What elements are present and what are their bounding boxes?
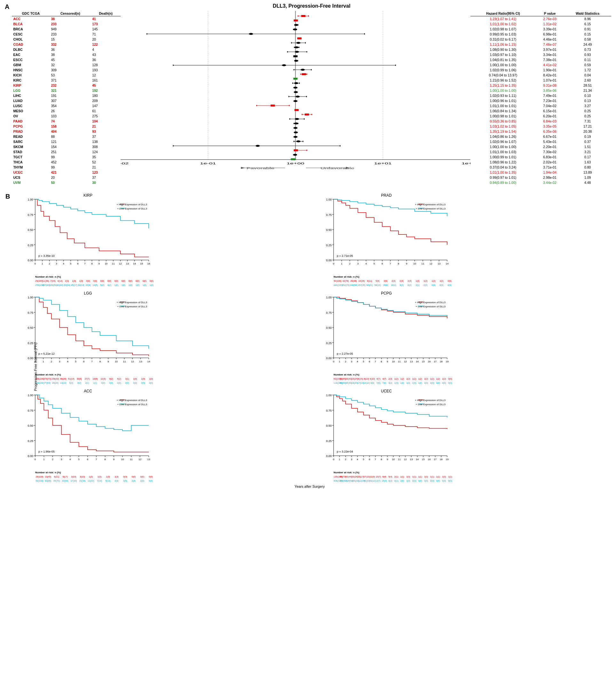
panel-b: B Progression-Free Interval (PFI) 0.00 0… [8, 193, 611, 488]
pval-val: 2.20e-01 [536, 144, 564, 149]
svg-text:p = 3.22e-04: p = 3.22e-04 [337, 450, 353, 453]
wald-val: 0.58 [564, 37, 611, 42]
svg-text:7: 7 [96, 458, 97, 461]
death-val: 180 [91, 93, 120, 98]
censored-val: 38 [49, 52, 91, 57]
col-header-censored: Censored(n) [49, 11, 91, 16]
svg-text:8: 8 [381, 360, 382, 363]
km-plot-kirp: 0.00 0.25 0.50 0.75 1.00 0 1 2 3 4 5 6 7 [21, 193, 313, 288]
svg-rect-135 [294, 149, 298, 151]
forest-plot-area: 1e-02 1e-01 1e+00 1e+01 1e+02 Favorable … [120, 11, 470, 178]
svg-point-47 [295, 51, 299, 53]
panel-a-label: A [5, 3, 9, 10]
svg-text:8: 8 [100, 360, 101, 363]
wald-val: 0.10 [564, 93, 611, 98]
censored-val: 404 [49, 129, 91, 134]
svg-text:11: 11 [398, 458, 401, 461]
svg-text:1.00: 1.00 [326, 198, 332, 201]
svg-text:+ High Expression of DLL3: + High Expression of DLL3 [415, 399, 446, 402]
svg-text:0.25: 0.25 [27, 439, 33, 443]
pval-val: 6.15e-01 [536, 108, 564, 113]
censored-val: 36 [49, 47, 91, 52]
svg-text:4: 4 [365, 262, 367, 265]
death-val: 41 [91, 16, 120, 22]
pval-val: 3.44e-02 [536, 180, 564, 185]
panel-a: A DLL3, Progression-Free Interval GDC TC… [5, 3, 611, 186]
svg-text:8: 8 [381, 458, 382, 461]
svg-text:1.00: 1.00 [326, 394, 332, 397]
svg-text:6: 6 [369, 360, 370, 363]
svg-text:0.75: 0.75 [27, 409, 33, 412]
censored-val: 99 [49, 154, 91, 160]
death-val: 145 [91, 26, 120, 32]
wald-val: 0.25 [564, 108, 611, 113]
svg-text:0.75: 0.75 [27, 311, 33, 314]
svg-text:11: 11 [130, 458, 133, 461]
svg-text:4: 4 [69, 458, 71, 461]
svg-text:1e-02: 1e-02 [120, 162, 129, 165]
km-plot-lgg: 0.00 0.25 0.50 0.75 1.00 0 1 2 3 4 5 6 7 [21, 291, 313, 385]
pval-val: 7.04e-02 [536, 103, 564, 108]
censored-val: 45 [49, 57, 91, 62]
svg-text:14: 14 [416, 458, 419, 461]
km-plot-acc: 0.00 0.25 0.50 0.75 1.00 0 1 2 3 4 5 6 7 [21, 389, 313, 483]
svg-text:17: 17 [434, 360, 437, 363]
death-val: 37 [91, 134, 120, 139]
wald-val: 0.25 [564, 113, 611, 119]
svg-text:+ Low Expression of DLL3: + Low Expression of DLL3 [416, 207, 445, 210]
svg-text:9: 9 [108, 360, 109, 363]
svg-point-119 [294, 131, 298, 133]
hr-val: 1.08(0.96 to 1.22) [470, 160, 536, 165]
svg-text:15: 15 [140, 262, 143, 265]
svg-text:12: 12 [404, 458, 407, 461]
cancer-name: SKCM [12, 144, 49, 149]
svg-text:0.00: 0.00 [27, 357, 33, 360]
censored-val: 251 [49, 149, 91, 154]
wald-val: 0.11 [564, 57, 611, 62]
pval-val: 4.41e-02 [536, 62, 564, 67]
cancer-name: MESO [12, 108, 49, 113]
cancer-name: PCPG [12, 124, 49, 129]
svg-text:14: 14 [133, 262, 136, 265]
death-val: 123 [91, 170, 120, 175]
svg-text:4: 4 [357, 458, 358, 461]
svg-text:2: 2 [52, 458, 53, 461]
censored-val: 332 [49, 42, 91, 47]
wald-val: 8.96 [564, 16, 611, 22]
col-header-wald: Wald Statistics [564, 11, 611, 16]
censored-val: 50 [49, 180, 91, 185]
svg-text:0: 0 [333, 262, 334, 265]
main-container: A DLL3, Progression-Free Interval GDC TC… [0, 0, 616, 491]
death-val: 37 [91, 175, 120, 180]
svg-text:0.75: 0.75 [27, 213, 33, 217]
svg-text:1e+01: 1e+01 [374, 162, 392, 165]
forest-table-left: GDC TCGA Censored(n) Death(n) ACC 38 41 … [12, 11, 120, 185]
panel-b-label: B [5, 193, 10, 200]
death-val: 93 [91, 129, 120, 134]
death-val: 36 [91, 57, 120, 62]
pval-val: 8.42e-01 [536, 73, 564, 78]
svg-text:+ High Expression of DLL3: + High Expression of DLL3 [117, 203, 148, 206]
pval-val: 5.43e-01 [536, 139, 564, 144]
hr-val: 1.04(0.86 to 1.26) [470, 134, 536, 139]
wald-val: 7.31 [564, 119, 611, 124]
svg-text:13: 13 [438, 262, 440, 265]
wald-val: 13.89 [564, 170, 611, 175]
svg-text:0.50: 0.50 [326, 424, 332, 427]
death-val: 122 [91, 42, 120, 47]
hr-val: 1.03(1.02 to 1.05) [470, 124, 536, 129]
cancer-name: ACC [12, 16, 49, 22]
svg-text:2: 2 [349, 262, 351, 265]
svg-text:14: 14 [446, 262, 449, 265]
svg-text:10: 10 [121, 458, 124, 461]
wald-val: 6.15 [564, 21, 611, 26]
wald-val: 4.48 [564, 180, 611, 185]
wald-val: 0.80 [564, 165, 611, 170]
censored-val: 26 [49, 108, 91, 113]
death-val: 21 [91, 165, 120, 170]
hr-val: 1.06(0.84 to 1.34) [470, 108, 536, 113]
hr-val: 0.31(0.02 to 6.17) [470, 37, 536, 42]
wald-val: 0.17 [564, 154, 611, 160]
svg-point-107 [295, 118, 299, 120]
svg-text:19: 19 [446, 360, 449, 363]
